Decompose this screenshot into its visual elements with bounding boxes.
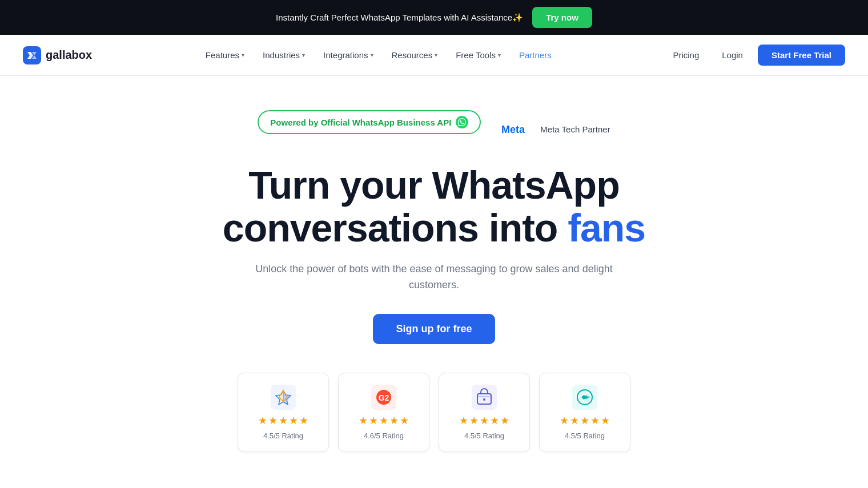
banner-text: Instantly Craft Perfect WhatsApp Templat… [276,13,523,23]
logo-icon [23,46,41,64]
free-tools-chevron-icon: ▾ [498,52,501,58]
features-chevron-icon: ▾ [242,52,244,58]
svg-point-9 [483,398,485,401]
meta-logo: Meta [501,123,536,135]
powered-badge-text: Powered by Official WhatsApp Business AP… [270,118,451,127]
g2-rating-card: G2 ★ ★ ★ ★ ★ 4.6/5 Rating [338,373,429,452]
svg-rect-10 [477,396,491,397]
logo-text: gallabox [46,49,92,62]
hero-title: Turn your WhatsApp conversations into fa… [114,164,754,249]
hero-title-highlight: fans [568,206,645,249]
g2-stars: ★ ★ ★ ★ ★ [359,414,409,427]
getapp-rating-card: ★ ★ ★ ★ ★ 4.5/5 Rating [539,373,630,452]
getapp-stars: ★ ★ ★ ★ ★ [560,414,610,427]
hero-section: Powered by Official WhatsApp Business AP… [91,76,777,488]
nav-right: Pricing Login Start Free Trial [665,45,845,66]
getapp-icon [572,385,597,410]
login-link[interactable]: Login [714,46,751,64]
svg-text:G2: G2 [379,393,389,402]
capterra-rating-text: 4.5/5 Rating [263,431,303,440]
whatsapp-icon [456,116,468,128]
nav-features[interactable]: Features ▾ [198,46,252,64]
industries-chevron-icon: ▾ [302,52,305,58]
nav-links: Features ▾ Industries ▾ Integrations ▾ R… [198,46,560,64]
signup-button[interactable]: Sign up for free [373,314,495,344]
g2-icon: G2 [371,385,396,410]
capterra-icon [271,385,296,410]
nav-resources[interactable]: Resources ▾ [384,46,446,64]
hero-title-part2: conversations into [223,206,558,249]
nav-partners[interactable]: Partners [511,46,560,64]
nav-integrations[interactable]: Integrations ▾ [315,46,381,64]
shop-rating-text: 4.5/5 Rating [464,431,504,440]
hero-subtitle: Unlock the power of bots with the ease o… [234,261,634,294]
meta-badge-text: Meta Tech Partner [540,124,610,134]
nav-industries[interactable]: Industries ▾ [255,46,313,64]
powered-badge: Powered by Official WhatsApp Business AP… [258,110,481,134]
getapp-rating-text: 4.5/5 Rating [565,431,605,440]
logo[interactable]: gallabox [23,46,92,64]
try-now-button[interactable]: Try now [532,7,592,28]
pricing-link[interactable]: Pricing [665,46,707,64]
capterra-rating-card: ★ ★ ★ ★ ★ 4.5/5 Rating [238,373,329,452]
capterra-stars: ★ ★ ★ ★ ★ [258,414,308,427]
badges-row: Powered by Official WhatsApp Business AP… [114,110,754,148]
integrations-chevron-icon: ▾ [371,52,373,58]
meta-badge: Meta Meta Tech Partner [501,123,610,135]
g2-rating-text: 4.6/5 Rating [364,431,404,440]
shop-stars: ★ ★ ★ ★ ★ [459,414,509,427]
banner-message: Instantly Craft Perfect WhatsApp Templat… [276,13,523,23]
hero-title-part1: Turn your WhatsApp [248,163,619,207]
start-free-trial-button[interactable]: Start Free Trial [758,45,845,66]
nav-free-tools[interactable]: Free Tools ▾ [448,46,509,64]
navbar: gallabox Features ▾ Industries ▾ Integra… [0,35,868,76]
rating-cards: ★ ★ ★ ★ ★ 4.5/5 Rating G2 ★ ★ ★ ★ ★ [114,373,754,452]
shop-rating-card: ★ ★ ★ ★ ★ 4.5/5 Rating [439,373,530,452]
svg-text:Meta: Meta [501,124,525,135]
top-banner: Instantly Craft Perfect WhatsApp Templat… [0,0,868,35]
resources-chevron-icon: ▾ [435,52,437,58]
shop-icon [472,385,497,410]
